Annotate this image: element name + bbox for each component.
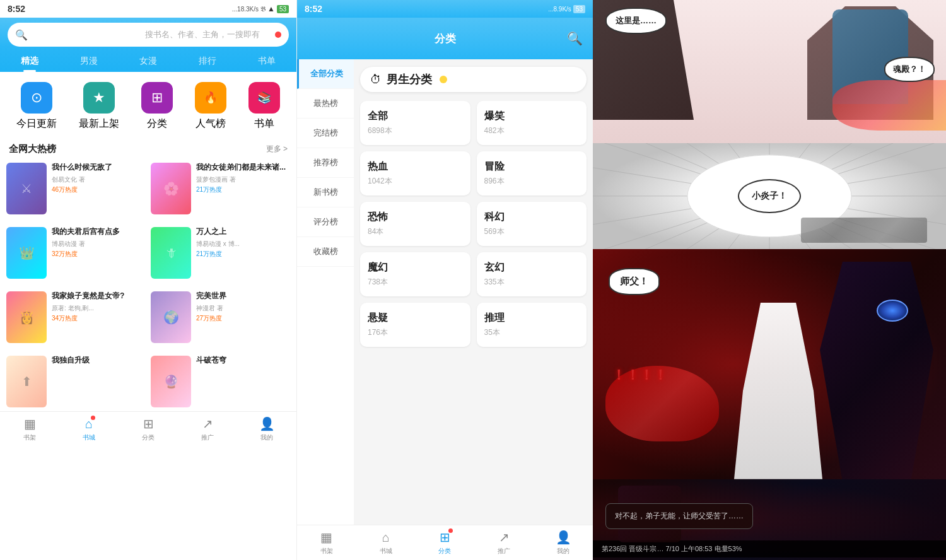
book-heat-6: 27万热度 [196, 314, 290, 323]
cat-funny-name: 爆笑 [484, 110, 580, 123]
sidebar-recommended[interactable]: 推荐榜 [297, 148, 354, 178]
nav-category-1[interactable]: ⊞ 分类 [119, 412, 178, 446]
new-icon: ★ [83, 82, 115, 114]
book-info-8: 斗破苍穹 [196, 356, 290, 407]
book-item-5[interactable]: 👸 我家娘子竟然是女帝? 原著: 老狗,剩... 34万热度 [6, 288, 146, 347]
comic-scene-2: 小炎子！ [593, 143, 946, 249]
tab-nvman[interactable]: 女漫 [119, 52, 178, 72]
voice-icon[interactable] [275, 32, 281, 38]
more-button[interactable]: 更多 > [266, 144, 288, 155]
book-item-8[interactable]: 🔮 斗破苍穹 [151, 352, 290, 411]
book-cover-3: 👑 [6, 227, 47, 279]
shortcut-category[interactable]: ⊞ 分类 [141, 82, 173, 131]
nav-tabs-1: 精选 男漫 女漫 排行 书单 [0, 47, 296, 72]
nav-promote-2[interactable]: ↗ 推广 [474, 525, 534, 560]
speech-bubble-1b: 魂殿？！ [884, 57, 935, 82]
cat-all[interactable]: 全部 6898本 [360, 101, 470, 145]
book-title-5: 我家娘子竟然是女帝? [52, 291, 146, 301]
book-author-3: 博易动漫 著 [52, 240, 146, 248]
shortcut-category-label: 分类 [147, 117, 167, 131]
cat-fantasy[interactable]: 玄幻 335本 [477, 252, 587, 296]
comic-scene-3: 师父！ ！！！！ [593, 249, 946, 479]
cat-detective-count: 35本 [484, 327, 580, 338]
book-title-6: 完美世界 [196, 291, 290, 301]
mine-icon-1: 👤 [259, 416, 275, 431]
book-author-6: 神漫君 著 [196, 304, 290, 313]
comic-container[interactable]: 这里是…… 魂殿？！ [593, 0, 946, 560]
wifi-icon: ▲ [267, 4, 275, 13]
speech-bubble-3: 师父！ [609, 268, 660, 295]
sidebar-hottest[interactable]: 最热榜 [297, 89, 354, 119]
shortcut-new[interactable]: ★ 最新上架 [79, 82, 119, 131]
apology-text: 对不起，弟子无能，让师父受苦了…… [615, 511, 744, 520]
cat-all-name: 全部 [368, 110, 463, 123]
book-item-7[interactable]: ⬆ 我独自升级 [6, 352, 146, 411]
panel-bookcity: 8:52 ...18.3K/s 𝔅 ▲ 53 🔍 搜书名、作者、主角，一搜即有 … [0, 0, 296, 560]
male-category-header: ⏱ 男生分类 [360, 67, 587, 92]
tab-nanman[interactable]: 男漫 [59, 52, 119, 72]
book-info-5: 我家娘子竟然是女帝? 原著: 老狗,剩... 34万热度 [52, 291, 146, 343]
book-item-3[interactable]: 👑 我的夫君后宫有点多 博易动漫 著 32万热度 [6, 223, 146, 283]
book-item-1[interactable]: ⚔ 我什么时候无敌了 创易文化 著 46万热度 [6, 159, 146, 218]
nav-bookcity-label-2: 书城 [380, 547, 392, 556]
cat-adventure[interactable]: 冒险 896本 [477, 151, 587, 195]
tab-jingxuan[interactable]: 精选 [0, 52, 59, 72]
bluetooth-icon: 𝔅 [260, 5, 266, 13]
exclamation-marks: ！！！！ [612, 366, 667, 385]
search-box[interactable]: 🔍 搜书名、作者、主角，一搜即有 [8, 23, 289, 47]
comic-status-text: 第236回 晋级斗宗… 7/10 上午08:53 电量53% [602, 544, 742, 554]
book-title-1: 我什么时候无敌了 [52, 163, 146, 173]
book-author-5: 原著: 老狗,剩... [52, 304, 146, 313]
cat-scifi[interactable]: 科幻 569本 [477, 202, 587, 246]
cat-funny[interactable]: 爆笑 482本 [477, 101, 587, 145]
cat-mystery[interactable]: 悬疑 176本 [360, 303, 470, 347]
booklist-icon: 📚 [248, 82, 280, 114]
shortcut-popular[interactable]: 🔥 人气榜 [195, 82, 226, 131]
time-1: 8:52 [8, 4, 25, 14]
sidebar-collection[interactable]: 收藏榜 [297, 237, 354, 267]
section-title: 全网大热榜 [9, 143, 56, 155]
sidebar-newbook[interactable]: 新书榜 [297, 178, 354, 207]
category-grid-container: ⏱ 男生分类 全部 6898本 爆笑 482本 热血 1042本 冒险 [354, 59, 593, 525]
cat-fantasy-name: 玄幻 [484, 261, 580, 274]
nav-promote-1[interactable]: ↗ 推广 [178, 412, 237, 446]
sidebar-complete[interactable]: 完结榜 [297, 119, 354, 148]
book-cover-5: 👸 [6, 291, 47, 343]
nav-category-2[interactable]: ⊞ 分类 [416, 525, 475, 560]
shortcut-booklist[interactable]: 📚 书单 [248, 82, 280, 131]
nav-bookcity-1[interactable]: ⌂ 书城 [59, 412, 119, 446]
cat-horror[interactable]: 恐怖 84本 [360, 202, 470, 246]
cat-detective[interactable]: 推理 35本 [477, 303, 587, 347]
comic-scene-4: 第236回 晋级斗宗… 7/10 上午08:53 电量53% 对不起，弟子无能，… [593, 479, 946, 560]
book-cover-7: ⬆ [6, 356, 47, 407]
nav-mine-1[interactable]: 👤 我的 [237, 412, 296, 446]
category-header-bar: 分类 🔍 [297, 18, 593, 59]
nav-mine-2[interactable]: 👤 我的 [534, 525, 593, 560]
book-cover-6: 🌍 [151, 291, 191, 343]
shortcut-booklist-label: 书单 [254, 117, 274, 131]
cat-action[interactable]: 热血 1042本 [360, 151, 470, 195]
cat-detective-name: 推理 [484, 312, 580, 325]
shortcut-today[interactable]: ⊙ 今日更新 [16, 82, 57, 131]
cat-magic[interactable]: 魔幻 738本 [360, 252, 470, 296]
book-item-4[interactable]: 🗡 万人之上 博易动漫 x 博... 21万热度 [151, 223, 290, 283]
nav-bookshelf-1[interactable]: ▦ 书架 [0, 412, 59, 446]
tab-shudian[interactable]: 书单 [237, 52, 296, 72]
shortcut-popular-label: 人气榜 [196, 117, 226, 131]
book-item-2[interactable]: 🌸 我的女徒弟们都是未来诸... 菠萝包漫画 著 21万热度 [151, 159, 290, 218]
book-title-3: 我的夫君后宫有点多 [52, 227, 146, 237]
nav-bookshelf-2[interactable]: ▦ 书架 [297, 525, 356, 560]
mine-icon-2: 👤 [556, 530, 571, 545]
category-search-icon[interactable]: 🔍 [567, 31, 583, 46]
nav-bookcity-2[interactable]: ⌂ 书城 [356, 525, 416, 560]
tab-paihang[interactable]: 排行 [178, 52, 237, 72]
category-icon: ⊞ [141, 82, 173, 114]
speech-bubble-1a: 这里是…… [605, 8, 667, 34]
nav-category-label-2: 分类 [438, 547, 451, 556]
comic-scene-1: 这里是…… 魂殿？！ [593, 0, 946, 143]
sidebar-all-categories[interactable]: 全部分类 [297, 59, 354, 89]
cat-mystery-name: 悬疑 [368, 312, 463, 325]
book-item-6[interactable]: 🌍 完美世界 神漫君 著 27万热度 [151, 288, 290, 347]
bookcity-icon-1: ⌂ [85, 417, 93, 431]
sidebar-rating[interactable]: 评分榜 [297, 207, 354, 237]
